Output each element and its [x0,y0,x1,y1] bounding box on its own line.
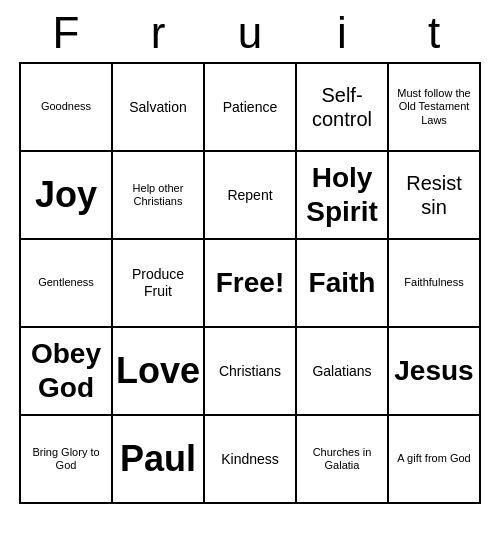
title-letter-i: i [296,8,388,58]
cell-3: Self-control [297,64,389,152]
cell-16: Love [113,328,205,416]
cell-5: Joy [21,152,113,240]
cell-22: Kindness [205,416,297,504]
cell-9: Resist sin [389,152,481,240]
cell-13: Faith [297,240,389,328]
cell-1: Salvation [113,64,205,152]
cell-17: Christians [205,328,297,416]
cell-21: Paul [113,416,205,504]
cell-0: Goodness [21,64,113,152]
cell-19: Jesus [389,328,481,416]
cell-12: Free! [205,240,297,328]
title-letter-F: F [20,8,112,58]
title-row: Fruit [20,0,480,62]
cell-8: Holy Spirit [297,152,389,240]
title-letter-t: t [388,8,480,58]
title-letter-r: r [112,8,204,58]
cell-7: Repent [205,152,297,240]
cell-20: Bring Glory to God [21,416,113,504]
title-letter-u: u [204,8,296,58]
cell-15: Obey God [21,328,113,416]
cell-2: Patience [205,64,297,152]
cell-6: Help other Christians [113,152,205,240]
cell-14: Faithfulness [389,240,481,328]
cell-10: Gentleness [21,240,113,328]
cell-24: A gift from God [389,416,481,504]
cell-23: Churches in Galatia [297,416,389,504]
cell-18: Galatians [297,328,389,416]
bingo-grid: GoodnessSalvationPatienceSelf-controlMus… [19,62,481,504]
cell-11: Produce Fruit [113,240,205,328]
cell-4: Must follow the Old Testament Laws [389,64,481,152]
